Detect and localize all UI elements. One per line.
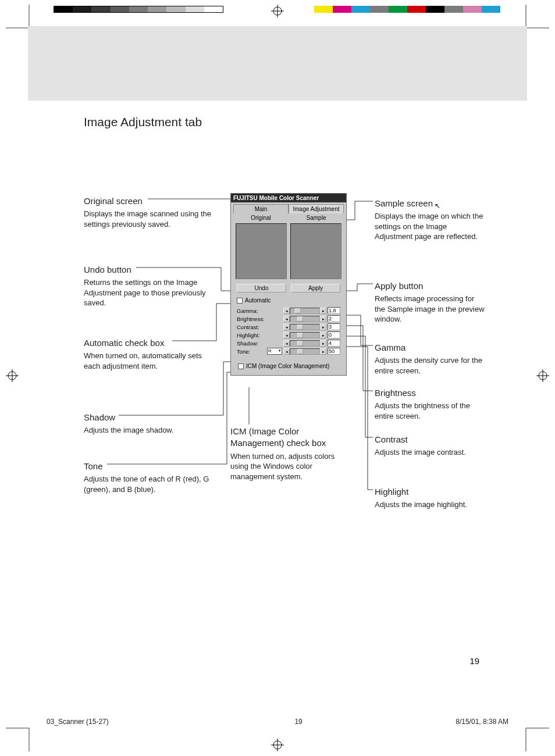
- shadow-slider[interactable]: ◂▸: [283, 340, 326, 347]
- footer-file: 03_Scanner (15-27): [47, 718, 229, 726]
- row-tone: Tone: R ◂▸ 50: [237, 348, 340, 355]
- tab-main[interactable]: Main: [233, 204, 289, 213]
- highlight-slider[interactable]: ◂▸: [283, 332, 326, 338]
- preview-sample: [290, 223, 341, 279]
- gamma-slider[interactable]: ◂▸: [283, 308, 326, 314]
- registration-mark-icon: [271, 739, 284, 751]
- gamma-value[interactable]: 1.8: [328, 307, 340, 314]
- label-original: Original: [234, 215, 287, 221]
- highlight-value[interactable]: 0: [328, 331, 340, 338]
- row-shadow: Shadow: ◂▸ 4: [237, 340, 340, 347]
- tab-image-adjustment[interactable]: Image Adjustment: [289, 204, 344, 213]
- brightness-slider[interactable]: ◂▸: [283, 316, 326, 322]
- footer-page: 19: [229, 718, 369, 726]
- automatic-checkbox[interactable]: [237, 298, 243, 304]
- contrast-slider[interactable]: ◂▸: [283, 324, 326, 330]
- brightness-value[interactable]: 2: [328, 315, 340, 322]
- header-band: [28, 26, 527, 101]
- contrast-value[interactable]: 3: [328, 323, 340, 330]
- row-brightness: Brightness: ◂▸ 2: [237, 315, 340, 322]
- row-contrast: Contrast: ◂▸ 3: [237, 323, 340, 330]
- registration-mark-icon: [271, 5, 284, 17]
- color-colorbar: [314, 6, 500, 13]
- dialog-titlebar: FUJITSU Mobile Color Scanner: [231, 194, 346, 202]
- apply-button[interactable]: Apply: [291, 284, 340, 293]
- label-sample: Sample: [290, 215, 343, 221]
- shadow-value[interactable]: 4: [328, 340, 340, 347]
- tone-value[interactable]: 50: [328, 348, 340, 355]
- registration-mark-icon: [6, 369, 19, 382]
- scanner-dialog: FUJITSU Mobile Color Scanner ↖ Main Imag…: [230, 193, 347, 376]
- grayscale-colorbar: [54, 6, 223, 13]
- row-highlight: Highlight: ◂▸ 0: [237, 331, 340, 338]
- tone-slider[interactable]: ◂▸: [283, 348, 326, 355]
- row-gamma: Gamma: ◂▸ 1.8: [237, 307, 340, 314]
- automatic-label: Automatic: [245, 297, 271, 304]
- footer-timestamp: 8/15/01, 8:38 AM: [368, 718, 508, 726]
- cursor-icon: ↖: [435, 202, 440, 210]
- icm-label: ICM (Image Color Management): [246, 363, 329, 369]
- footer: 03_Scanner (15-27) 19 8/15/01, 8:38 AM: [47, 718, 508, 726]
- page-number: 19: [469, 656, 479, 666]
- arrow-left-icon[interactable]: ◂: [283, 308, 290, 314]
- page-title: Image Adjustment tab: [84, 115, 485, 129]
- tone-channel-select[interactable]: R: [267, 348, 282, 355]
- preview-original: [236, 223, 287, 279]
- diagram: Original screen Displays the image scann…: [84, 193, 485, 554]
- icm-checkbox[interactable]: [238, 363, 244, 369]
- undo-button[interactable]: Undo: [237, 284, 286, 293]
- registration-mark-icon: [536, 369, 549, 382]
- arrow-right-icon[interactable]: ▸: [320, 308, 326, 314]
